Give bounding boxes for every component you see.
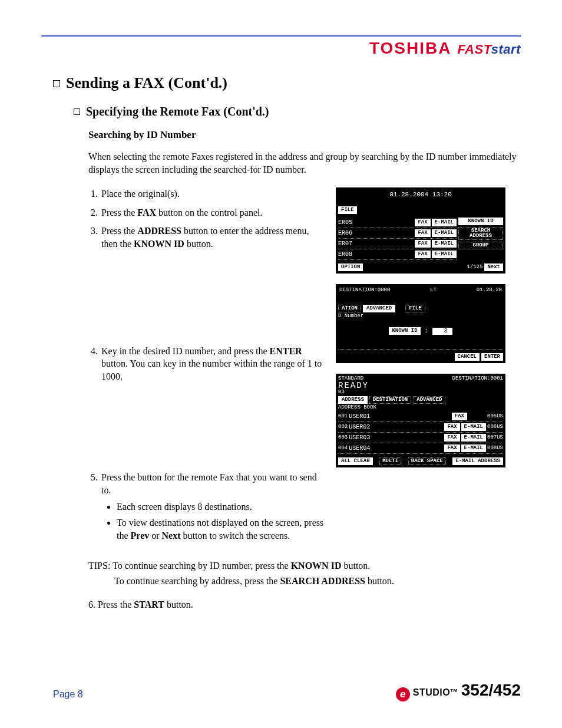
id-input[interactable]: 3 bbox=[432, 328, 452, 335]
steps-list: Place the original(s). Press the FAX but… bbox=[88, 187, 324, 250]
bullet: To view destinations not displayed on th… bbox=[117, 516, 324, 542]
right-id: 005US bbox=[487, 414, 503, 419]
brand-header: TOSHIBA FASTstart bbox=[41, 39, 521, 58]
fax-button[interactable]: FAX bbox=[415, 219, 430, 226]
enter-button[interactable]: ENTER bbox=[481, 353, 503, 361]
email-button[interactable]: E-MAIL bbox=[461, 423, 486, 431]
figures-column: 01.28.2004 13:20 FILE ER05 FAX E-MAI bbox=[336, 187, 513, 467]
email-button[interactable]: E-MAIL bbox=[461, 444, 486, 452]
group-button[interactable]: GROUP bbox=[458, 242, 503, 249]
square-bullet-icon bbox=[53, 80, 60, 87]
id: 003 bbox=[338, 435, 348, 440]
step-4: Key in the desired ID number, and press … bbox=[100, 345, 324, 383]
email-button[interactable]: E-MAIL bbox=[432, 229, 457, 237]
toshiba-logo: TOSHIBA bbox=[369, 39, 452, 58]
entry-name: ER07 bbox=[338, 241, 352, 247]
t: SEARCH ADDRESS bbox=[280, 576, 365, 586]
intro-paragraph: When selecting the remote Faxes register… bbox=[88, 150, 536, 176]
advanced-tab[interactable]: ADVANCED bbox=[363, 305, 395, 312]
t: Press the bbox=[98, 599, 134, 610]
colon: : bbox=[422, 328, 431, 334]
steps-list-4: Key in the desired ID number, and press … bbox=[88, 345, 324, 383]
destination-tab[interactable]: DESTINATION bbox=[369, 396, 411, 404]
id: 004 bbox=[338, 446, 348, 451]
step-5-bullets: Each screen displays 8 destinations. To … bbox=[101, 500, 324, 542]
file-tab[interactable]: FILE bbox=[405, 305, 425, 312]
lcd2-bottom: CANCEL ENTER bbox=[338, 353, 503, 361]
t: Key in the desired ID number, and press … bbox=[101, 346, 270, 356]
t: To continue searching by address, press … bbox=[114, 576, 280, 586]
h2-text: Specifying the Remote Fax (Cont'd.) bbox=[86, 105, 269, 118]
fax-button[interactable]: FAX bbox=[444, 423, 459, 431]
user-row: 004USER04 FAX E-MAIL 008US bbox=[338, 443, 503, 454]
date-label: 01.28.20 bbox=[477, 288, 502, 293]
address-tab[interactable]: ADDRESS bbox=[338, 396, 368, 404]
t: button on the control panel. bbox=[156, 207, 262, 218]
advanced-tab[interactable]: ADVANCED bbox=[413, 396, 445, 404]
left: 004USER04 bbox=[338, 446, 370, 452]
uname: USER03 bbox=[349, 435, 370, 441]
t: button. bbox=[365, 576, 394, 586]
header-rule bbox=[41, 35, 521, 37]
left: 001USER01 bbox=[338, 414, 370, 420]
next-button[interactable]: Next bbox=[484, 263, 503, 271]
t: button. You can key in the number within… bbox=[101, 358, 322, 381]
fax-button[interactable]: FAX bbox=[415, 229, 430, 237]
h1-text: Sending a FAX (Cont'd.) bbox=[66, 74, 227, 91]
lcd-timestamp: 01.28.2004 13:20 bbox=[338, 190, 503, 199]
e-badge-icon: e bbox=[396, 687, 410, 701]
lcd1-main: ER05 FAX E-MAIL ER06 FAX E-MAIL bbox=[338, 218, 503, 260]
left: 002USER02 bbox=[338, 424, 370, 430]
email-button[interactable]: E-MAIL bbox=[432, 240, 457, 248]
option-button[interactable]: OPTION bbox=[338, 263, 363, 271]
uname: USER01 bbox=[349, 414, 370, 420]
email-address-button[interactable]: E-MAIL ADDRESS bbox=[452, 457, 503, 465]
spacer bbox=[88, 256, 324, 345]
entry-row: ER05 FAX E-MAIL bbox=[338, 218, 457, 228]
user-row: 001USER01 FAX 005US bbox=[338, 411, 503, 422]
all-clear-button[interactable]: ALL CLEAR bbox=[338, 457, 373, 465]
btns: FAX E-MAIL bbox=[415, 229, 457, 237]
fax-button[interactable]: FAX bbox=[444, 434, 459, 442]
fax-button[interactable]: FAX bbox=[452, 413, 467, 420]
cancel-button[interactable]: CANCEL bbox=[455, 353, 480, 361]
entry-row: ER08 FAX E-MAIL bbox=[338, 249, 457, 260]
tips-block: TIPS: To continue searching by ID number… bbox=[88, 558, 521, 588]
email-button[interactable]: E-MAIL bbox=[432, 251, 457, 258]
entry-row: ER06 FAX E-MAIL bbox=[338, 228, 457, 239]
fax-button[interactable]: FAX bbox=[444, 444, 459, 452]
two-column-layout: Place the original(s). Press the FAX but… bbox=[88, 187, 536, 548]
page-footer: Page 8 e STUDIOTM 352/452 bbox=[41, 681, 521, 700]
lt-label: LT bbox=[430, 288, 437, 293]
ation-tab[interactable]: ATION bbox=[338, 305, 361, 312]
t: TIPS: To continue searching by ID number… bbox=[88, 561, 291, 571]
faststart-logo: FASTstart bbox=[457, 42, 521, 57]
section-heading: Sending a FAX (Cont'd.) bbox=[53, 74, 521, 92]
multi-button[interactable]: MULTI bbox=[379, 457, 401, 465]
start-text: start bbox=[491, 42, 521, 57]
t: FAX bbox=[137, 207, 156, 218]
spacer bbox=[88, 388, 324, 471]
email-button[interactable]: E-MAIL bbox=[461, 434, 486, 442]
subsub-heading: Searching by ID Number bbox=[88, 129, 521, 141]
btns: FAX E-MAIL bbox=[415, 240, 457, 248]
fax-button[interactable]: FAX bbox=[415, 240, 430, 248]
search-address-button[interactable]: SEARCH ADDRESS bbox=[458, 227, 503, 240]
lcd3-bottom: ALL CLEAR MULTI BACK SPACE E-MAIL ADDRES… bbox=[338, 457, 503, 465]
fast-text: FAST bbox=[457, 42, 491, 57]
d-number-label: D Number bbox=[338, 312, 503, 320]
backspace-button[interactable]: BACK SPACE bbox=[408, 457, 446, 465]
known-id-button[interactable]: KNOWN ID bbox=[458, 218, 503, 225]
entry-name: ER06 bbox=[338, 230, 352, 236]
page-number: Page 8 bbox=[53, 689, 83, 700]
subsection-heading: Specifying the Remote Fax (Cont'd.) bbox=[74, 105, 521, 118]
step-6: 6. Press the START button. bbox=[88, 599, 521, 610]
btns: FAX E-MAIL bbox=[415, 251, 457, 258]
email-button[interactable]: E-MAIL bbox=[432, 219, 457, 226]
t: button to switch the screens. bbox=[181, 531, 290, 541]
id: 002 bbox=[338, 424, 348, 430]
uname: USER04 bbox=[349, 446, 370, 452]
user-row: 002USER02 FAX E-MAIL 006US bbox=[338, 422, 503, 433]
fax-button[interactable]: FAX bbox=[415, 251, 430, 258]
file-button[interactable]: FILE bbox=[338, 206, 357, 214]
